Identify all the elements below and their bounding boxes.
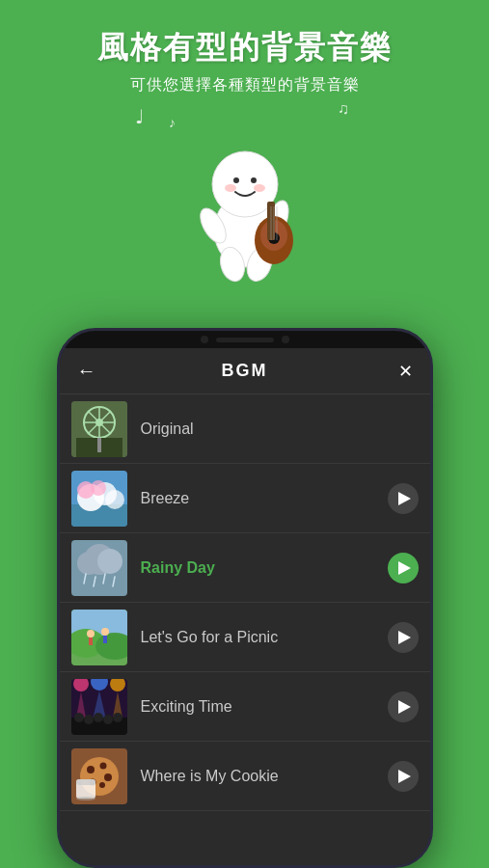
bgm-item-breeze[interactable]: Breeze (60, 464, 430, 533)
thumb-exciting-time (71, 679, 127, 735)
svg-point-35 (77, 552, 100, 575)
svg-point-36 (97, 549, 122, 574)
svg-point-68 (99, 782, 105, 788)
svg-point-45 (87, 630, 95, 637)
svg-point-30 (105, 490, 124, 509)
svg-point-2 (233, 177, 239, 183)
camera-dot-2 (282, 336, 289, 343)
play-icon-breeze (398, 492, 411, 505)
bgm-item-exciting-time[interactable]: Exciting Time (60, 672, 430, 742)
play-icon-rainy-day (398, 561, 411, 575)
sub-title: 可供您選擇各種類型的背景音樂 (0, 75, 489, 95)
bgm-item-original[interactable]: Original (60, 394, 430, 464)
play-icon-cookie (398, 770, 411, 783)
svg-point-32 (91, 480, 106, 496)
thumb-original (71, 401, 127, 457)
play-btn-picnic[interactable] (388, 622, 419, 653)
play-btn-exciting-time[interactable] (388, 692, 419, 722)
svg-point-60 (103, 715, 113, 724)
music-note-2: ♪ (169, 115, 176, 130)
svg-point-65 (99, 762, 106, 769)
play-icon-picnic (398, 631, 411, 644)
label-rainy-day: Rainy Day (141, 559, 388, 577)
top-section: 風格有型的背景音樂 可供您選擇各種類型的背景音樂 ♩ ♪ ♫ (0, 0, 489, 288)
bgm-list: Original Breeze (60, 394, 430, 865)
close-button[interactable]: ✕ (384, 361, 413, 382)
svg-point-64 (87, 766, 95, 773)
thumb-breeze (71, 471, 127, 527)
play-btn-rainy-day[interactable] (388, 553, 419, 583)
mascot-area: ♩ ♪ ♫ (0, 95, 489, 288)
music-note-3: ♫ (338, 100, 349, 118)
mascot-character (163, 115, 327, 288)
bgm-item-picnic[interactable]: Let's Go for a Picnic (60, 603, 430, 672)
svg-rect-25 (97, 438, 101, 452)
phone-shell: ← BGM ✕ (57, 328, 433, 868)
main-title: 風格有型的背景音樂 (0, 27, 489, 69)
svg-point-58 (84, 715, 94, 724)
bgm-item-cookie[interactable]: Where is My Cookie (60, 742, 430, 811)
svg-point-61 (113, 713, 122, 722)
screen-title: BGM (222, 361, 268, 381)
camera-dot (201, 336, 208, 343)
thumb-picnic (71, 610, 127, 665)
svg-point-4 (225, 184, 236, 192)
svg-point-5 (254, 184, 265, 192)
label-picnic: Let's Go for a Picnic (141, 629, 388, 646)
music-note-1: ♩ (135, 105, 144, 128)
svg-rect-48 (103, 636, 107, 643)
label-exciting-time: Exciting Time (141, 698, 388, 716)
label-original: Original (141, 420, 419, 438)
phone-top-bar (60, 331, 430, 348)
play-btn-cookie[interactable] (388, 761, 419, 792)
svg-point-66 (104, 773, 112, 781)
svg-rect-46 (89, 637, 93, 645)
svg-point-47 (101, 628, 109, 636)
svg-rect-70 (76, 779, 95, 785)
thumb-rainy-day (71, 540, 127, 596)
svg-point-71 (76, 797, 95, 800)
app-header: ← BGM ✕ (60, 348, 430, 394)
back-button[interactable]: ← (77, 360, 106, 382)
play-btn-breeze[interactable] (388, 483, 419, 514)
thumb-cookie (71, 748, 127, 804)
play-icon-exciting-time (398, 700, 411, 714)
label-breeze: Breeze (141, 490, 388, 507)
svg-point-3 (251, 177, 257, 183)
svg-point-57 (74, 713, 84, 722)
svg-point-59 (94, 713, 103, 722)
bgm-item-rainy-day[interactable]: Rainy Day (60, 533, 430, 603)
speaker-bar (216, 338, 274, 342)
label-cookie: Where is My Cookie (141, 768, 388, 785)
app-screen: ← BGM ✕ (60, 348, 430, 865)
